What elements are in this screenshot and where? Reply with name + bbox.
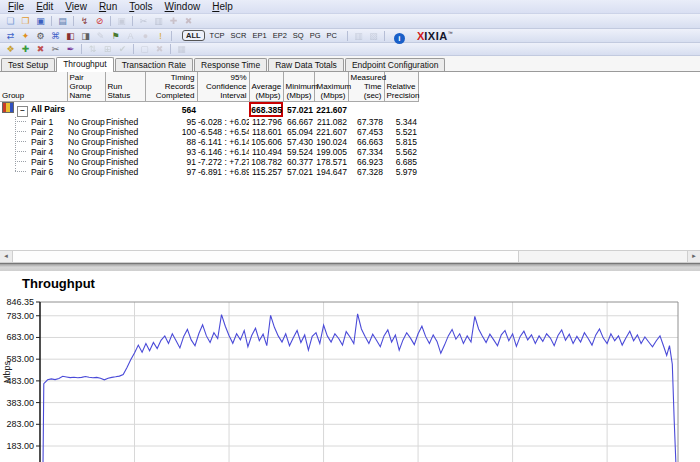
cell-maximum: 194.647 — [314, 167, 348, 177]
col-confidence-interval[interactable]: 95% Confidence Interval — [197, 72, 249, 102]
pair-row[interactable]: Pair 1No GroupFinished95-6.028 : +6.0281… — [0, 117, 418, 127]
tab-response-time[interactable]: Response Time — [194, 58, 267, 71]
copy-icon[interactable]: ▥ — [151, 15, 166, 27]
save-icon[interactable]: ▣ — [33, 15, 48, 27]
throughput-chart-pane: Throughput Mbps 846.35783.00683.00583.00… — [0, 271, 700, 462]
menu-item-edit[interactable]: Edit — [30, 1, 59, 12]
pair-row[interactable]: Pair 6No GroupFinished97-6.891 : +6.8911… — [0, 167, 418, 177]
clipboard-icon[interactable]: ❖ — [3, 43, 18, 55]
tip-icon[interactable]: ! — [153, 30, 168, 42]
stop-test-icon[interactable]: ⊘ — [92, 15, 107, 27]
pair-row[interactable]: Pair 5No GroupFinished91-7.272 : +7.2721… — [0, 157, 418, 167]
filter-all[interactable]: ALL — [182, 30, 205, 41]
delete-pair-icon[interactable]: ✖ — [181, 15, 196, 27]
pair-row[interactable]: Pair 3No GroupFinished88-6.141 : +6.1411… — [0, 137, 418, 147]
collapse-toggle-icon[interactable]: − — [17, 106, 28, 117]
record-icon[interactable]: ● — [138, 30, 153, 42]
filter-pc[interactable]: PC — [327, 31, 337, 40]
y-tick-label: 183.00 — [6, 441, 34, 451]
cell-maximum: 190.024 — [314, 137, 348, 147]
pair-label: Pair 4 — [31, 147, 53, 157]
filter-scr[interactable]: SCR — [231, 31, 247, 40]
pause-test-icon[interactable]: ▣ — [114, 15, 129, 27]
new-test-icon[interactable]: ❏ — [3, 15, 18, 27]
toolbar-separator — [73, 16, 74, 26]
col-measured-time[interactable]: Measured Time (sec) — [348, 72, 384, 102]
lock-icon[interactable]: ▦ — [174, 43, 189, 55]
run-test-icon[interactable]: ↯ — [77, 15, 92, 27]
filter-ep1[interactable]: EP1 — [252, 31, 266, 40]
annotate-icon[interactable]: A — [123, 30, 138, 42]
scrollbar-thumb[interactable] — [13, 251, 519, 262]
expand-all-icon[interactable]: ▢ — [137, 43, 152, 55]
cut-icon[interactable]: ✂ — [136, 15, 151, 27]
menu-item-help[interactable]: Help — [206, 1, 239, 12]
col-timing-records[interactable]: Timing Records Completed — [145, 72, 197, 102]
col-run-status[interactable]: Run Status — [105, 72, 145, 102]
cell-measured-time: 67.334 — [348, 147, 384, 157]
filter-sq[interactable]: SQ — [293, 31, 304, 40]
scroll-right-icon[interactable]: ► — [687, 251, 700, 262]
print-icon[interactable]: ▤ — [55, 15, 70, 27]
toolbar-separator — [51, 16, 52, 26]
network-topology-icon[interactable]: ⌘ — [48, 30, 63, 42]
info-icon[interactable]: i — [394, 27, 405, 45]
cell-timing-records: 564 — [145, 102, 197, 118]
connect-endpoint-icon[interactable]: ✚ — [18, 43, 33, 55]
compare-runs-icon[interactable]: ⇅ — [85, 43, 100, 55]
disconnect-endpoint-icon[interactable]: ✖ — [33, 43, 48, 55]
pair-row[interactable]: Pair 4No GroupFinished93-6.146 : +6.1461… — [0, 147, 418, 157]
col-relative-precision[interactable]: Relative Precision — [384, 72, 418, 102]
tab-raw-data-totals[interactable]: Raw Data Totals — [268, 58, 344, 71]
cell-maximum: 211.082 — [314, 117, 348, 127]
scroll-left-icon[interactable]: ◄ — [0, 251, 13, 262]
filter-pg[interactable]: PG — [310, 31, 321, 40]
traffic-profile-icon[interactable]: ⚑ — [108, 30, 123, 42]
pane-splitter[interactable] — [0, 263, 700, 271]
cell-run-status: Finished — [105, 167, 145, 177]
edit-script-icon[interactable]: ✎ — [93, 30, 108, 42]
menu-item-tools[interactable]: Tools — [123, 1, 158, 12]
export-results-icon[interactable]: ▥ — [351, 30, 366, 42]
menu-item-run[interactable]: Run — [93, 1, 123, 12]
import-results-icon[interactable]: ▧ — [366, 30, 381, 42]
tab-transaction-rate[interactable]: Transaction Rate — [115, 58, 193, 71]
validate-icon[interactable]: ✔ — [115, 43, 130, 55]
video-pair-icon[interactable]: ◧ — [63, 30, 78, 42]
group-pairs-icon[interactable]: ✂ — [48, 43, 63, 55]
tab-throughput[interactable]: Throughput — [56, 57, 113, 72]
edit-pair-icon[interactable]: ✦ — [18, 30, 33, 42]
filter-tcp[interactable]: TCP — [210, 31, 225, 40]
col-average[interactable]: Average (Mbps) — [249, 72, 283, 102]
col-pair-group-name[interactable]: Pair Group Name — [67, 72, 105, 102]
cell-confidence-interval: -6.548 : +6.548 — [197, 127, 249, 137]
menu-item-file[interactable]: File — [2, 1, 30, 12]
add-pair-icon[interactable]: ✚ — [166, 15, 181, 27]
col-maximum[interactable]: Maximum (Mbps) — [314, 72, 348, 102]
tab-test-setup[interactable]: Test Setup — [1, 58, 55, 71]
col-group[interactable]: Group — [0, 72, 67, 102]
cell-confidence-interval: -7.272 : +7.272 — [197, 157, 249, 167]
y-tick-label: 846.35 — [6, 297, 34, 307]
filter-ep2[interactable]: EP2 — [273, 31, 287, 40]
swap-endpoints-icon[interactable]: ⇄ — [3, 30, 18, 42]
hardware-pair-icon[interactable]: ◨ — [78, 30, 93, 42]
pair-row[interactable]: Pair 2No GroupFinished100-6.548 : +6.548… — [0, 127, 418, 137]
merge-runs-icon[interactable]: ⊞ — [100, 43, 115, 55]
collapse-all-icon[interactable]: ✖ — [152, 43, 167, 55]
cell-group: Pair 6 — [0, 167, 67, 177]
menu-item-view[interactable]: View — [59, 1, 93, 12]
all-pairs-row[interactable]: −All Pairs564668.38557.021221.607 — [0, 102, 418, 118]
camera-icon[interactable]: ⚙ — [33, 30, 48, 42]
cell-run-status: Finished — [105, 147, 145, 157]
tab-endpoint-configuration[interactable]: Endpoint Configuration — [345, 58, 445, 71]
col-minimum[interactable]: Minimum (Mbps) — [283, 72, 314, 102]
pair-label: Pair 6 — [31, 167, 53, 177]
wizard-icon[interactable]: ✒ — [63, 43, 78, 55]
menu-item-window[interactable]: Window — [159, 1, 207, 12]
open-test-icon[interactable]: ❐ — [18, 15, 33, 27]
table-header-row: GroupPair Group NameRun StatusTiming Rec… — [0, 72, 418, 102]
cell-timing-records: 91 — [145, 157, 197, 167]
tab-bar: Test SetupThroughputTransaction RateResp… — [0, 56, 700, 72]
horizontal-scrollbar[interactable]: ◄ ► — [0, 250, 700, 263]
